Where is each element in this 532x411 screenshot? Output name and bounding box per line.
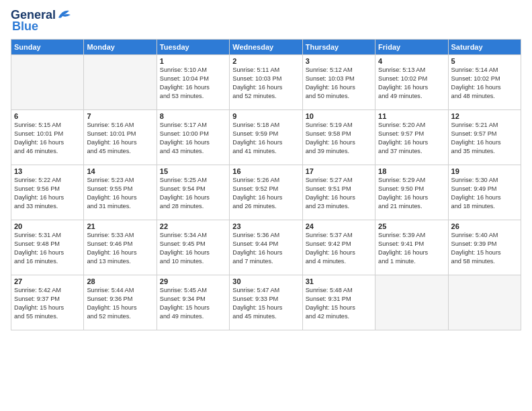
day-number: 31 <box>306 277 372 285</box>
calendar-cell: 3Sunrise: 5:12 AM Sunset: 10:03 PM Dayli… <box>302 55 375 110</box>
day-info: Sunrise: 5:48 AM Sunset: 9:31 PM Dayligh… <box>306 286 372 321</box>
day-number: 9 <box>232 112 299 120</box>
calendar-cell: 17Sunrise: 5:27 AM Sunset: 9:51 PM Dayli… <box>302 165 375 220</box>
day-number: 3 <box>306 57 372 65</box>
day-number: 15 <box>160 167 226 175</box>
day-number: 24 <box>306 222 372 230</box>
day-number: 18 <box>378 167 445 175</box>
calendar-cell: 9Sunrise: 5:18 AM Sunset: 9:59 PM Daylig… <box>230 110 302 165</box>
day-number: 10 <box>306 112 372 120</box>
day-number: 23 <box>232 222 299 230</box>
day-info: Sunrise: 5:11 AM Sunset: 10:03 PM Daylig… <box>232 66 299 101</box>
day-info: Sunrise: 5:23 AM Sunset: 9:55 PM Dayligh… <box>87 176 153 211</box>
day-info: Sunrise: 5:33 AM Sunset: 9:46 PM Dayligh… <box>87 231 153 266</box>
calendar-cell: 6Sunrise: 5:15 AM Sunset: 10:01 PM Dayli… <box>11 110 84 165</box>
day-info: Sunrise: 5:37 AM Sunset: 9:42 PM Dayligh… <box>306 231 372 266</box>
day-info: Sunrise: 5:13 AM Sunset: 10:02 PM Daylig… <box>378 66 445 101</box>
day-number: 27 <box>14 277 81 285</box>
day-header-friday: Friday <box>375 40 448 55</box>
week-row-1: 1Sunrise: 5:10 AM Sunset: 10:04 PM Dayli… <box>11 55 521 110</box>
calendar-cell: 29Sunrise: 5:45 AM Sunset: 9:34 PM Dayli… <box>157 275 229 330</box>
day-number: 28 <box>87 277 153 285</box>
day-info: Sunrise: 5:31 AM Sunset: 9:48 PM Dayligh… <box>14 231 81 266</box>
day-number: 14 <box>87 167 153 175</box>
calendar-cell <box>375 275 448 330</box>
day-info: Sunrise: 5:14 AM Sunset: 10:02 PM Daylig… <box>451 66 518 101</box>
logo-blue: Blue <box>11 19 38 34</box>
day-info: Sunrise: 5:22 AM Sunset: 9:56 PM Dayligh… <box>14 176 81 211</box>
day-info: Sunrise: 5:17 AM Sunset: 10:00 PM Daylig… <box>160 121 226 156</box>
day-info: Sunrise: 5:26 AM Sunset: 9:52 PM Dayligh… <box>232 176 299 211</box>
week-row-5: 27Sunrise: 5:42 AM Sunset: 9:37 PM Dayli… <box>11 275 521 330</box>
calendar-cell: 30Sunrise: 5:47 AM Sunset: 9:33 PM Dayli… <box>230 275 302 330</box>
calendar-cell <box>11 55 84 110</box>
day-number: 13 <box>14 167 81 175</box>
day-number: 30 <box>232 277 299 285</box>
day-info: Sunrise: 5:27 AM Sunset: 9:51 PM Dayligh… <box>306 176 372 211</box>
week-row-2: 6Sunrise: 5:15 AM Sunset: 10:01 PM Dayli… <box>11 110 521 165</box>
day-number: 21 <box>87 222 153 230</box>
day-info: Sunrise: 5:12 AM Sunset: 10:03 PM Daylig… <box>306 66 372 101</box>
day-info: Sunrise: 5:36 AM Sunset: 9:44 PM Dayligh… <box>232 231 299 266</box>
calendar-cell: 23Sunrise: 5:36 AM Sunset: 9:44 PM Dayli… <box>230 220 302 275</box>
day-header-monday: Monday <box>84 40 157 55</box>
day-info: Sunrise: 5:44 AM Sunset: 9:36 PM Dayligh… <box>87 286 153 321</box>
calendar-cell: 21Sunrise: 5:33 AM Sunset: 9:46 PM Dayli… <box>84 220 157 275</box>
calendar-cell: 1Sunrise: 5:10 AM Sunset: 10:04 PM Dayli… <box>157 55 229 110</box>
day-info: Sunrise: 5:21 AM Sunset: 9:57 PM Dayligh… <box>451 121 518 156</box>
day-number: 8 <box>160 112 226 120</box>
calendar-cell: 20Sunrise: 5:31 AM Sunset: 9:48 PM Dayli… <box>11 220 84 275</box>
day-header-wednesday: Wednesday <box>230 40 302 55</box>
calendar-cell: 24Sunrise: 5:37 AM Sunset: 9:42 PM Dayli… <box>302 220 375 275</box>
calendar-cell: 7Sunrise: 5:16 AM Sunset: 10:01 PM Dayli… <box>84 110 157 165</box>
page: General Blue SundayMondayTuesdayWednesda… <box>0 0 532 411</box>
calendar-cell: 8Sunrise: 5:17 AM Sunset: 10:00 PM Dayli… <box>157 110 229 165</box>
calendar-cell: 12Sunrise: 5:21 AM Sunset: 9:57 PM Dayli… <box>448 110 521 165</box>
calendar-table: SundayMondayTuesdayWednesdayThursdayFrid… <box>11 39 521 330</box>
day-info: Sunrise: 5:29 AM Sunset: 9:50 PM Dayligh… <box>378 176 445 211</box>
calendar-cell: 18Sunrise: 5:29 AM Sunset: 9:50 PM Dayli… <box>375 165 448 220</box>
day-number: 4 <box>378 57 445 65</box>
day-info: Sunrise: 5:42 AM Sunset: 9:37 PM Dayligh… <box>14 286 81 321</box>
day-number: 7 <box>87 112 153 120</box>
day-info: Sunrise: 5:40 AM Sunset: 9:39 PM Dayligh… <box>451 231 518 266</box>
calendar-cell: 10Sunrise: 5:19 AM Sunset: 9:58 PM Dayli… <box>302 110 375 165</box>
calendar-cell: 5Sunrise: 5:14 AM Sunset: 10:02 PM Dayli… <box>448 55 521 110</box>
day-header-sunday: Sunday <box>11 40 84 55</box>
day-number: 20 <box>14 222 81 230</box>
day-info: Sunrise: 5:10 AM Sunset: 10:04 PM Daylig… <box>160 66 226 101</box>
day-info: Sunrise: 5:18 AM Sunset: 9:59 PM Dayligh… <box>232 121 299 156</box>
day-number: 6 <box>14 112 81 120</box>
day-header-tuesday: Tuesday <box>157 40 229 55</box>
day-number: 19 <box>451 167 518 175</box>
day-info: Sunrise: 5:25 AM Sunset: 9:54 PM Dayligh… <box>160 176 226 211</box>
day-header-thursday: Thursday <box>302 40 375 55</box>
day-info: Sunrise: 5:39 AM Sunset: 9:41 PM Dayligh… <box>378 231 445 266</box>
day-info: Sunrise: 5:15 AM Sunset: 10:01 PM Daylig… <box>14 121 81 156</box>
day-info: Sunrise: 5:34 AM Sunset: 9:45 PM Dayligh… <box>160 231 226 266</box>
day-number: 11 <box>378 112 445 120</box>
day-number: 16 <box>232 167 299 175</box>
week-row-3: 13Sunrise: 5:22 AM Sunset: 9:56 PM Dayli… <box>11 165 521 220</box>
day-info: Sunrise: 5:30 AM Sunset: 9:49 PM Dayligh… <box>451 176 518 211</box>
calendar-cell: 13Sunrise: 5:22 AM Sunset: 9:56 PM Dayli… <box>11 165 84 220</box>
week-row-4: 20Sunrise: 5:31 AM Sunset: 9:48 PM Dayli… <box>11 220 521 275</box>
calendar-cell: 15Sunrise: 5:25 AM Sunset: 9:54 PM Dayli… <box>157 165 229 220</box>
header: General Blue <box>11 8 521 34</box>
day-number: 5 <box>451 57 518 65</box>
calendar-cell: 25Sunrise: 5:39 AM Sunset: 9:41 PM Dayli… <box>375 220 448 275</box>
day-number: 29 <box>160 277 226 285</box>
calendar-cell: 31Sunrise: 5:48 AM Sunset: 9:31 PM Dayli… <box>302 275 375 330</box>
calendar-cell: 28Sunrise: 5:44 AM Sunset: 9:36 PM Dayli… <box>84 275 157 330</box>
calendar-cell <box>84 55 157 110</box>
calendar-header-row: SundayMondayTuesdayWednesdayThursdayFrid… <box>11 40 521 55</box>
calendar-cell: 22Sunrise: 5:34 AM Sunset: 9:45 PM Dayli… <box>157 220 229 275</box>
day-info: Sunrise: 5:45 AM Sunset: 9:34 PM Dayligh… <box>160 286 226 321</box>
calendar-cell: 26Sunrise: 5:40 AM Sunset: 9:39 PM Dayli… <box>448 220 521 275</box>
logo-bird-icon <box>57 8 72 20</box>
calendar-cell: 11Sunrise: 5:20 AM Sunset: 9:57 PM Dayli… <box>375 110 448 165</box>
calendar-cell: 19Sunrise: 5:30 AM Sunset: 9:49 PM Dayli… <box>448 165 521 220</box>
calendar-cell: 2Sunrise: 5:11 AM Sunset: 10:03 PM Dayli… <box>230 55 302 110</box>
day-header-saturday: Saturday <box>448 40 521 55</box>
day-number: 25 <box>378 222 445 230</box>
